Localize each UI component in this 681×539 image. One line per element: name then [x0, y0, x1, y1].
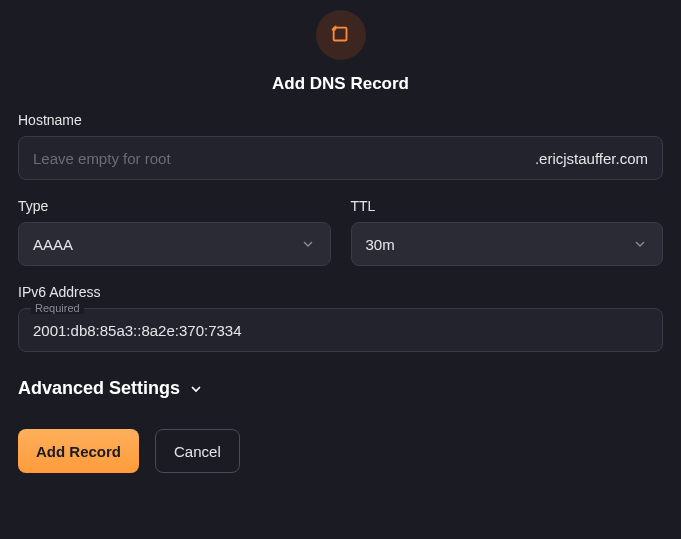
- advanced-label: Advanced Settings: [18, 378, 180, 399]
- ipv6-input[interactable]: [19, 309, 662, 351]
- dialog-header: Add DNS Record: [18, 10, 663, 94]
- hostname-label: Hostname: [18, 112, 663, 128]
- ipv6-label: IPv6 Address: [18, 284, 663, 300]
- ttl-value: 30m: [366, 236, 395, 253]
- dialog-title: Add DNS Record: [272, 74, 409, 94]
- ttl-select[interactable]: 30m: [351, 222, 664, 266]
- ipv6-row: IPv6 Address Required: [18, 284, 663, 352]
- svg-rect-0: [333, 28, 346, 41]
- chevron-down-icon: [632, 236, 648, 252]
- type-col: Type AAAA: [18, 198, 331, 266]
- type-value: AAAA: [33, 236, 73, 253]
- ipv6-float-label: Required: [31, 302, 84, 314]
- hostname-suffix: .ericjstauffer.com: [535, 150, 662, 167]
- ipv6-field: Required: [18, 308, 663, 352]
- dns-icon: [316, 10, 366, 60]
- hostname-input-wrap: .ericjstauffer.com: [18, 136, 663, 180]
- type-label: Type: [18, 198, 331, 214]
- hostname-input[interactable]: [19, 137, 535, 179]
- add-record-button[interactable]: Add Record: [18, 429, 139, 473]
- advanced-settings-toggle[interactable]: Advanced Settings: [18, 378, 204, 399]
- hostname-row: Hostname .ericjstauffer.com: [18, 112, 663, 180]
- cancel-button[interactable]: Cancel: [155, 429, 240, 473]
- dialog-actions: Add Record Cancel: [18, 429, 663, 473]
- ttl-label: TTL: [351, 198, 664, 214]
- type-select[interactable]: AAAA: [18, 222, 331, 266]
- chevron-down-icon: [300, 236, 316, 252]
- chevron-down-icon: [188, 381, 204, 397]
- ttl-col: TTL 30m: [351, 198, 664, 266]
